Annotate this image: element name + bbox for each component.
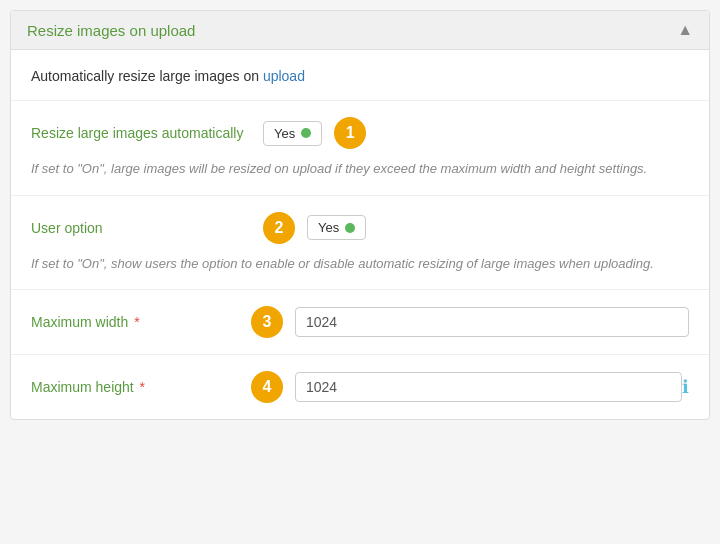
user-option-description: If set to "On", show users the option to… [31,254,689,274]
max-width-row: Maximum width * 3 [31,306,689,338]
user-option-toggle[interactable]: Yes [307,215,366,240]
setting-max-height: Maximum height * 4 ℹ [11,355,709,419]
user-option-status-dot [345,223,355,233]
max-height-row: Maximum height * 4 ℹ [31,371,689,403]
setting-max-width: Maximum width * 3 [11,290,709,355]
intro-upload-link[interactable]: upload [263,68,305,84]
resize-auto-toggle[interactable]: Yes [263,121,322,146]
user-option-value: Yes [318,220,339,235]
step-badge-1: 1 [334,117,366,149]
max-height-input[interactable] [295,372,682,402]
collapse-icon[interactable]: ▲ [677,21,693,39]
step-badge-3: 3 [251,306,283,338]
intro-section: Automatically resize large images on upl… [11,50,709,101]
label-area-4: Maximum height * [31,379,251,395]
panel-header: Resize images on upload ▲ [11,11,709,50]
setting-row-main-1: Resize large images automatically Yes 1 [31,117,689,149]
max-height-label: Maximum height * [31,379,231,395]
max-width-label: Maximum width * [31,314,231,330]
label-area-1: Resize large images automatically [31,125,251,141]
setting-user-option: User option 2 Yes If set to "On", show u… [11,196,709,291]
panel-body: Automatically resize large images on upl… [11,50,709,419]
resize-auto-label: Resize large images automatically [31,125,243,141]
resize-auto-description: If set to "On", large images will be res… [31,159,689,179]
info-icon[interactable]: ℹ [682,376,689,398]
setting-row-main-2: User option 2 Yes [31,212,689,244]
intro-text-before: Automatically resize large images on [31,68,263,84]
panel-title: Resize images on upload [27,22,195,39]
max-width-required: * [130,314,139,330]
resize-images-panel: Resize images on upload ▲ Automatically … [10,10,710,420]
resize-auto-value: Yes [274,126,295,141]
step-badge-4: 4 [251,371,283,403]
step-badge-2: 2 [263,212,295,244]
setting-resize-auto: Resize large images automatically Yes 1 … [11,101,709,196]
label-area-2: User option [31,220,251,236]
user-option-label: User option [31,220,231,236]
label-area-3: Maximum width * [31,314,251,330]
resize-auto-status-dot [301,128,311,138]
max-width-input[interactable] [295,307,689,337]
max-height-required: * [136,379,145,395]
intro-text: Automatically resize large images on upl… [31,68,689,84]
